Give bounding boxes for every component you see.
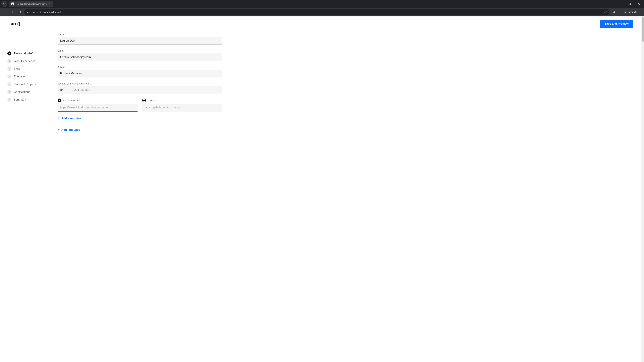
linkedin-group: in LinkedIn Profile xyxy=(58,98,138,112)
step-label: Personal Info* xyxy=(14,52,33,55)
country-select[interactable]: US xyxy=(58,87,69,93)
browser-toolbar: arc.dev/resume/builder/edit Incognito xyxy=(0,8,644,16)
step-number: 4 xyxy=(8,75,12,79)
bookmark-button[interactable] xyxy=(604,10,606,14)
tab-title: Hire Top Remote Software Deve xyxy=(16,3,46,5)
svg-point-5 xyxy=(29,11,29,11)
linkedin-label-row: in LinkedIn Profile xyxy=(58,98,138,102)
favicon-icon: ◆ xyxy=(12,2,14,5)
extensions-button[interactable] xyxy=(612,10,615,13)
kebab-icon xyxy=(640,11,641,13)
svg-point-10 xyxy=(640,13,641,13)
minimize-button[interactable] xyxy=(617,1,624,7)
menu-button[interactable] xyxy=(640,11,641,13)
sidebar-step-certifications[interactable]: 6 Certifications xyxy=(8,88,54,96)
reload-button[interactable] xyxy=(17,9,23,15)
maximize-button[interactable] xyxy=(626,1,634,7)
sidebar-step-skills[interactable]: 3 Skills* xyxy=(8,65,54,73)
step-label: Education xyxy=(14,75,26,78)
new-tab-button[interactable]: + xyxy=(53,1,59,7)
downloads-button[interactable] xyxy=(618,10,621,13)
step-number: 5 xyxy=(8,82,12,86)
step-number: 2 xyxy=(8,59,12,63)
sidebar: 1 Personal Info* 2 Work Experience 3 Ski… xyxy=(8,31,54,145)
reload-icon xyxy=(18,10,21,13)
email-group: Email * xyxy=(58,49,222,61)
plus-icon: + xyxy=(58,116,60,120)
email-label: Email * xyxy=(58,49,222,52)
jobtitle-label: Job title xyxy=(58,66,222,68)
site-settings-icon[interactable] xyxy=(27,10,30,14)
svg-rect-0 xyxy=(620,4,622,4)
close-icon xyxy=(49,3,50,5)
close-icon xyxy=(638,3,640,5)
country-code: US xyxy=(60,89,64,91)
github-group: GitHub xyxy=(142,98,222,112)
chevron-down-icon xyxy=(3,3,5,4)
sidebar-step-summary[interactable]: 7 Summary* xyxy=(8,96,54,104)
phone-input[interactable] xyxy=(69,86,222,94)
linkedin-label: LinkedIn Profile xyxy=(63,99,80,102)
social-row: in LinkedIn Profile GitHub xyxy=(58,98,222,112)
window-controls xyxy=(617,1,643,7)
star-icon xyxy=(604,10,606,13)
linkedin-input[interactable] xyxy=(58,104,138,112)
step-label: Personal Projects xyxy=(14,83,36,86)
sidebar-step-work-experience[interactable]: 2 Work Experience xyxy=(8,57,54,65)
back-button[interactable] xyxy=(2,9,8,15)
arrow-right-icon xyxy=(11,10,14,13)
close-window-button[interactable] xyxy=(635,1,643,7)
logo[interactable]: arc() xyxy=(11,21,20,26)
incognito-icon xyxy=(623,11,627,13)
jobtitle-input[interactable] xyxy=(58,70,222,77)
svg-point-6 xyxy=(29,11,29,12)
svg-rect-2 xyxy=(27,11,28,11)
jobtitle-group: Job title xyxy=(58,66,222,77)
browser-chrome: ◆ Hire Top Remote Software Deve + xyxy=(0,0,644,16)
sidebar-step-personal-projects[interactable]: 5 Personal Projects xyxy=(8,80,54,88)
phone-label: What is your contact number? xyxy=(58,82,222,85)
github-input[interactable] xyxy=(142,104,222,111)
scrollbar-thumb[interactable] xyxy=(642,17,644,42)
svg-rect-3 xyxy=(27,12,28,12)
add-link-label: Add a new link xyxy=(62,117,81,120)
svg-rect-4 xyxy=(27,12,28,13)
svg-rect-1 xyxy=(629,3,630,5)
svg-point-8 xyxy=(640,11,641,11)
download-icon xyxy=(618,10,621,13)
sidebar-step-personal-info[interactable]: 1 Personal Info* xyxy=(8,50,54,57)
name-group: Name * xyxy=(58,33,222,44)
form-area: Name * Email * Job title What is your co… xyxy=(54,31,226,145)
forward-button[interactable] xyxy=(10,9,16,15)
step-label: Summary* xyxy=(14,98,27,101)
email-input[interactable] xyxy=(58,53,222,61)
github-label-row: GitHub xyxy=(142,98,222,102)
name-input[interactable] xyxy=(58,37,222,44)
page-content: arc() Save and Preview 1 Personal Info* … xyxy=(0,16,644,362)
linkedin-icon: in xyxy=(58,98,62,102)
puzzle-icon xyxy=(612,10,615,13)
phone-group: What is your contact number? US xyxy=(58,82,222,94)
address-bar[interactable]: arc.dev/resume/builder/edit xyxy=(24,9,609,15)
app-header: arc() Save and Preview xyxy=(0,16,644,31)
add-link-button[interactable]: + Add a new link xyxy=(58,115,222,121)
save-preview-button[interactable]: Save and Preview xyxy=(600,20,633,28)
arrow-left-icon xyxy=(4,10,6,13)
tab-search-button[interactable] xyxy=(1,1,8,7)
scrollbar[interactable] xyxy=(641,16,644,362)
add-language-label: Add language xyxy=(62,128,80,132)
step-number: 7 xyxy=(8,98,12,102)
browser-tab[interactable]: ◆ Hire Top Remote Software Deve xyxy=(10,1,53,7)
incognito-indicator[interactable]: Incognito xyxy=(623,11,637,13)
sidebar-step-education[interactable]: 4 Education xyxy=(8,73,54,80)
phone-row: US xyxy=(58,86,222,94)
github-label: GitHub xyxy=(148,99,156,102)
tab-close-button[interactable] xyxy=(48,2,51,6)
plus-icon: + xyxy=(58,128,60,132)
add-language-button[interactable]: + Add language xyxy=(58,126,222,133)
github-icon xyxy=(142,98,146,102)
main-container: 1 Personal Info* 2 Work Experience 3 Ski… xyxy=(0,31,644,145)
chevron-down-icon xyxy=(65,89,66,90)
svg-point-7 xyxy=(29,12,29,13)
step-label: Work Experience xyxy=(14,59,36,63)
